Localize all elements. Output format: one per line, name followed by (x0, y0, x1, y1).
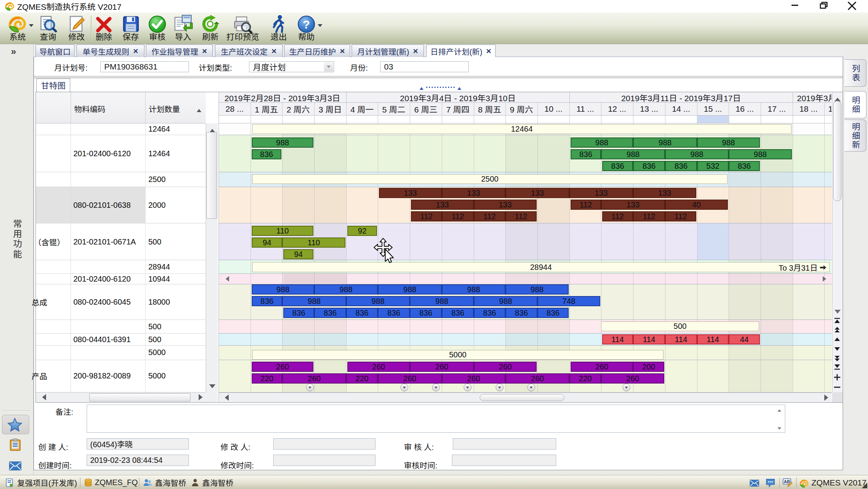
svg-text:?: ? (303, 18, 310, 31)
svg-text:AB: AB (784, 479, 790, 484)
